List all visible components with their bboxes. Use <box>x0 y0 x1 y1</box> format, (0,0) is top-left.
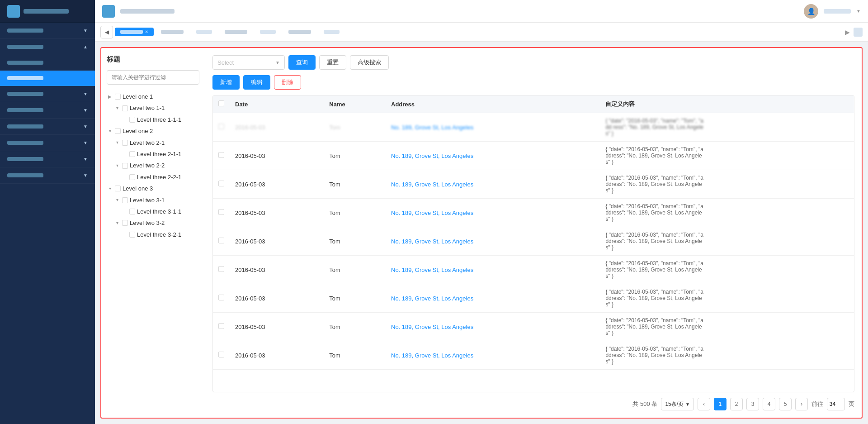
header-checkbox[interactable] <box>218 100 224 106</box>
table-row: 2016-05-03 Tom No. 189, Grove St, Los An… <box>213 284 854 313</box>
page-jump-input[interactable] <box>827 398 845 410</box>
row-checkbox[interactable] <box>218 152 224 158</box>
tree-toggle-icon[interactable]: ▶ <box>107 94 113 100</box>
tree-level2-2-1[interactable]: ▾ Level two 2-1 <box>114 137 199 148</box>
tree-level3-3-1-1[interactable]: ▾ Level three 3-1-1 <box>121 206 199 217</box>
tree-label-l2-2-2: Level two 2-2 <box>130 160 165 171</box>
tab-5[interactable] <box>255 28 281 36</box>
row-checkbox[interactable] <box>218 266 224 272</box>
tree-checkbox-11[interactable] <box>129 209 135 214</box>
tree-checkbox-13[interactable] <box>129 232 135 238</box>
tree-level2-3-2[interactable]: ▾ Level two 3-2 <box>114 217 199 229</box>
select-placeholder: Select <box>217 59 234 66</box>
page-btn-1[interactable]: 1 <box>714 398 726 410</box>
tree-checkbox-4[interactable] <box>115 128 121 134</box>
tab-2[interactable] <box>156 28 189 36</box>
delete-button[interactable]: 删除 <box>274 75 301 90</box>
tree-toggle-icon-3[interactable]: ▾ <box>107 128 113 134</box>
row-checkbox[interactable] <box>218 181 224 186</box>
reset-button[interactable]: 重置 <box>319 55 346 70</box>
tree-checkbox-8[interactable] <box>129 174 135 180</box>
sidebar-item-9[interactable]: ▼ <box>0 151 95 167</box>
tree-level1-2[interactable]: ▾ Level one 2 <box>107 125 199 137</box>
tree-level2-3-1[interactable]: ▾ Level two 3-1 <box>114 195 199 206</box>
tree-toggle-icon-7[interactable]: ▾ <box>114 197 120 203</box>
filter-input[interactable] <box>107 70 199 85</box>
tree-checkbox-3[interactable] <box>129 117 135 123</box>
tab-current[interactable]: ✕ <box>115 28 154 36</box>
row-checkbox[interactable] <box>218 352 224 357</box>
user-avatar[interactable]: 👤 <box>804 4 818 19</box>
tree-toggle-icon-4[interactable]: ▾ <box>114 139 120 146</box>
select-dropdown[interactable]: Select ▼ <box>212 55 285 70</box>
chevron-down-icon-2: ▼ <box>83 91 88 96</box>
main-panel: 标题 ▶ Level one 1 ▾ Level two 1-1 <box>100 47 863 419</box>
tab-3[interactable] <box>191 28 217 36</box>
tree-checkbox-2[interactable] <box>122 105 128 111</box>
tree-toggle-icon-2[interactable]: ▾ <box>114 105 120 111</box>
row-checkbox[interactable] <box>218 124 224 129</box>
page-size-value: 15条/页 <box>665 400 684 408</box>
tree-checkbox-9[interactable] <box>115 186 121 191</box>
sidebar-item-3[interactable] <box>0 55 95 71</box>
tab-close-icon[interactable]: ✕ <box>145 29 148 34</box>
cell-date: 2016-05-03 <box>230 113 324 142</box>
tab-6[interactable] <box>283 28 316 36</box>
prev-page-button[interactable]: ‹ <box>698 398 710 410</box>
tree-checkbox-10[interactable] <box>122 197 128 203</box>
next-page-button[interactable]: › <box>795 398 808 410</box>
cell-custom: { "date": "2016-05-03", "name": "Tom", "… <box>600 142 854 170</box>
tree-checkbox-12[interactable] <box>122 220 128 226</box>
cell-date: 2016-05-03 <box>230 313 324 341</box>
tree-level1-1[interactable]: ▶ Level one 1 <box>107 91 199 102</box>
tab-trash-icon[interactable] <box>854 28 863 37</box>
tree-level2-2-2[interactable]: ▾ Level two 2-2 <box>114 160 199 171</box>
tree-level3-1-1-1[interactable]: ▾ Level three 1-1-1 <box>121 114 199 125</box>
tree-toggle-icon-5[interactable]: ▾ <box>114 162 120 169</box>
tree-toggle-icon-6[interactable]: ▾ <box>107 186 113 192</box>
tab-forward-icon[interactable]: ▶ <box>845 29 850 36</box>
tree-label-l3-1-1-1: Level three 1-1-1 <box>137 114 181 125</box>
tree-level3-2-2-1[interactable]: ▾ Level three 2-2-1 <box>121 172 199 183</box>
sidebar-item-7[interactable]: ▼ <box>0 119 95 135</box>
row-checkbox[interactable] <box>218 238 224 243</box>
row-checkbox[interactable] <box>218 209 224 215</box>
tree-toggle-icon-8[interactable]: ▾ <box>114 220 120 226</box>
tree-level2-1-1[interactable]: ▾ Level two 1-1 <box>114 102 199 114</box>
row-checkbox[interactable] <box>218 323 224 329</box>
back-button[interactable]: ◀ <box>100 26 113 38</box>
sidebar-item-6[interactable]: ▼ <box>0 102 95 119</box>
row-checkbox[interactable] <box>218 295 224 300</box>
page-btn-2[interactable]: 2 <box>730 398 743 410</box>
header-title <box>120 9 175 14</box>
query-button[interactable]: 查询 <box>288 55 316 70</box>
tree-level3-2-1-1[interactable]: ▾ Level three 2-1-1 <box>121 148 199 160</box>
sidebar-item-8[interactable]: ▼ <box>0 135 95 151</box>
sidebar-item-2[interactable]: ▲ <box>0 39 95 55</box>
tree-children-l2-1-1: ▾ Level three 1-1-1 <box>114 114 199 125</box>
tree-label-l2-2-1: Level two 2-1 <box>130 138 165 148</box>
tree-level3-3-2-1[interactable]: ▾ Level three 3-2-1 <box>121 229 199 240</box>
tab-label-5 <box>260 30 276 34</box>
data-table: Date Name Address 自定义内容 2016-05-03 <box>213 95 854 370</box>
sidebar-item-5[interactable]: ▼ <box>0 86 95 102</box>
tab-7[interactable] <box>318 28 345 36</box>
page-btn-5[interactable]: 5 <box>779 398 792 410</box>
tree-checkbox-7[interactable] <box>122 163 128 169</box>
add-button[interactable]: 新增 <box>212 75 240 90</box>
advanced-search-button[interactable]: 高级搜索 <box>350 55 389 70</box>
tree-level1-3[interactable]: ▾ Level one 3 <box>107 183 199 194</box>
tree-checkbox-1[interactable] <box>115 94 121 100</box>
page-btn-3[interactable]: 3 <box>746 398 759 410</box>
page-btn-4[interactable]: 4 <box>763 398 775 410</box>
sidebar-item-1[interactable]: ▼ <box>0 23 95 39</box>
tree-checkbox-5[interactable] <box>122 140 128 146</box>
sidebar-item-active[interactable] <box>0 71 95 86</box>
tab-4[interactable] <box>219 28 253 36</box>
edit-button[interactable]: 编辑 <box>243 75 270 90</box>
chevron-down-icon: ▼ <box>83 28 88 33</box>
tree-label-l1-2: Level one 2 <box>123 126 153 136</box>
sidebar-item-10[interactable]: ▼ <box>0 167 95 184</box>
page-size-select[interactable]: 15条/页 ▼ <box>661 398 694 410</box>
tree-checkbox-6[interactable] <box>129 151 135 157</box>
